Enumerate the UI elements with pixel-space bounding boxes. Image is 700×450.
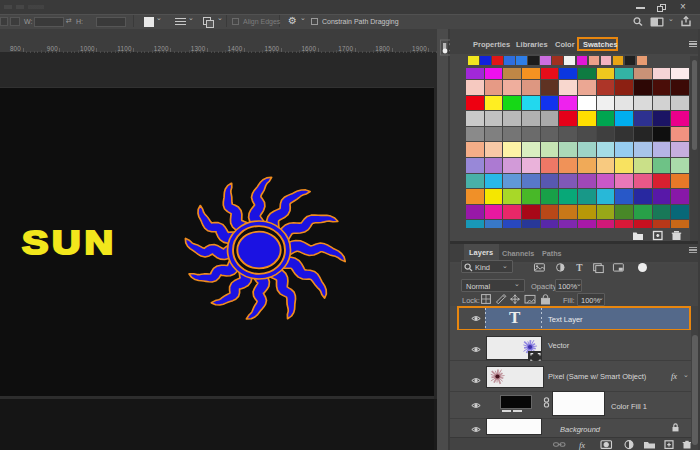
svg-text:fx: fx [579, 439, 585, 449]
svg-text:T: T [576, 263, 583, 273]
